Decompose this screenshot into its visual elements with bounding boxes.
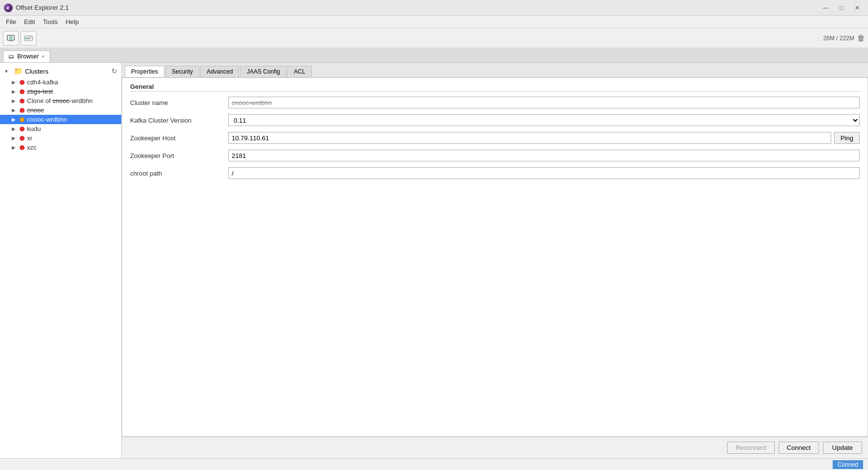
sidebar-item-xr[interactable]: ▶ xr (0, 133, 121, 143)
tree-items: ▶ cdh4-kafka ▶ zbgs-test ▶ Clone of cnoo… (0, 78, 121, 152)
field-chroot-path: chroot path (130, 167, 860, 179)
sidebar-item-cnooc-wrdbhn[interactable]: ▶ cnooc-wrdbhn (0, 115, 121, 124)
tab-bar: 🗂 Browser × (0, 48, 868, 63)
clusters-label: Clusters (25, 68, 49, 75)
sidebar-item-zbgs-test[interactable]: ▶ zbgs-test (0, 87, 121, 96)
status-dot-xzc (20, 145, 25, 150)
svg-point-3 (10, 36, 12, 39)
memory-display: 28M / 222M 🗑 (823, 34, 865, 43)
action-bar: Reconnect Connect Update (122, 437, 868, 458)
expand-zbgs-test[interactable]: ▶ (12, 89, 20, 94)
label-clone-cnooc: Clone of cnooc-wrdbhn (27, 97, 93, 104)
sidebar-item-clone-cnooc[interactable]: ▶ Clone of cnooc-wrdbhn (0, 96, 121, 105)
form-panel: General Cluster name Kafka Cluster Versi… (122, 78, 868, 437)
expand-cnooc-wrdbhn[interactable]: ▶ (12, 117, 20, 122)
label-zookeeper-port: Zookeeper Port (130, 152, 228, 159)
select-kafka-version[interactable]: 0.11 1.0 2.0 2.8 3.0 (228, 114, 860, 126)
status-dot-cnooc-wrdbhn (20, 117, 25, 122)
input-cluster-name[interactable] (228, 97, 860, 108)
memory-text: 28M / 222M (823, 35, 854, 42)
panel-tabs: Properties Security Advanced JAAS Config… (122, 63, 868, 78)
sidebar-refresh-icon[interactable]: ↻ (111, 67, 117, 75)
status-bar: Conned (0, 458, 868, 470)
svg-rect-2 (7, 35, 14, 40)
status-dot-xr (20, 136, 25, 141)
input-chroot-path[interactable] (228, 167, 860, 179)
field-zookeeper-host: Zookeeper Host Ping (130, 132, 860, 144)
status-dot-cdh4-kafka (20, 80, 25, 85)
update-button[interactable]: Update (823, 442, 862, 454)
menu-file[interactable]: File (2, 17, 20, 26)
label-cluster-name: Cluster name (130, 99, 228, 106)
connection-status: Conned (833, 460, 863, 469)
maximize-button[interactable]: □ (835, 2, 848, 13)
label-cdh4-kafka: cdh4-kafka (27, 78, 58, 86)
browser-tab-label: Browser (17, 53, 39, 60)
label-xr: xr (27, 134, 32, 142)
svg-point-6 (26, 37, 27, 39)
sidebar-item-cdh4-kafka[interactable]: ▶ cdh4-kafka (0, 78, 121, 87)
label-kudu: kudu (27, 125, 41, 132)
expand-kudu[interactable]: ▶ (12, 126, 20, 131)
tab-security[interactable]: Security (165, 66, 199, 77)
tab-jaas-config[interactable]: JAAS Config (240, 66, 286, 77)
close-button[interactable]: ✕ (850, 2, 864, 13)
menu-bar: File Edit Tools Help (0, 16, 868, 28)
label-chroot-path: chroot path (130, 170, 228, 177)
label-zbgs-test: zbgs-test (27, 88, 53, 95)
main-content: ▼ 📁 Clusters ↻ ▶ cdh4-kafka ▶ zbgs-test … (0, 63, 868, 458)
label-cnooc-wrdbhn: cnooc-wrdbhn (27, 116, 67, 123)
sidebar-item-xzc[interactable]: ▶ xzc (0, 143, 121, 152)
expand-xr[interactable]: ▶ (12, 135, 20, 141)
reconnect-button[interactable]: Reconnect (727, 442, 774, 454)
browser-tab[interactable]: 🗂 Browser × (3, 51, 50, 62)
clusters-collapse-icon[interactable]: ▼ (4, 69, 12, 74)
tab-advanced[interactable]: Advanced (200, 66, 239, 77)
expand-cdh4-kafka[interactable]: ▶ (12, 79, 20, 85)
window-controls: — □ ✕ (819, 2, 864, 13)
sidebar-item-kudu[interactable]: ▶ kudu (0, 124, 121, 133)
input-zookeeper-host[interactable] (228, 132, 831, 144)
sidebar-header: ▼ 📁 Clusters ↻ (0, 65, 121, 78)
menu-help[interactable]: Help (62, 17, 83, 26)
right-panel: Properties Security Advanced JAAS Config… (122, 63, 868, 458)
expand-clone-cnooc[interactable]: ▶ (12, 98, 20, 104)
gc-button[interactable]: 🗑 (857, 34, 865, 43)
sidebar-item-cnooc[interactable]: ▶ cnooc (0, 105, 121, 115)
sidebar: ▼ 📁 Clusters ↻ ▶ cdh4-kafka ▶ zbgs-test … (0, 63, 122, 458)
connect-action-button[interactable]: Connect (779, 442, 819, 454)
label-xzc: xzc (27, 144, 37, 151)
app-title: Offset Explorer 2.1 (16, 4, 819, 11)
field-zookeeper-port: Zookeeper Port (130, 150, 860, 161)
label-kafka-version: Kafka Cluster Version (130, 117, 228, 124)
input-zookeeper-port[interactable] (228, 150, 860, 161)
minimize-button[interactable]: — (819, 2, 833, 13)
status-dot-kudu (20, 127, 25, 131)
tab-properties[interactable]: Properties (125, 66, 164, 77)
toolbar: 28M / 222M 🗑 (0, 28, 868, 48)
browser-tab-icon: 🗂 (8, 53, 14, 60)
status-dot-zbgs-test (20, 89, 25, 94)
status-dot-cnooc (20, 108, 25, 113)
ping-button[interactable]: Ping (834, 132, 860, 144)
section-general: General (130, 83, 860, 92)
tab-acl[interactable]: ACL (287, 66, 311, 77)
app-icon: K (4, 3, 13, 12)
browser-tab-close[interactable]: × (42, 54, 45, 59)
label-zookeeper-host: Zookeeper Host (130, 134, 228, 142)
expand-cnooc[interactable]: ▶ (12, 107, 20, 113)
field-cluster-name: Cluster name (130, 97, 860, 108)
menu-tools[interactable]: Tools (39, 17, 61, 26)
svg-text:K: K (6, 6, 10, 11)
menu-edit[interactable]: Edit (20, 17, 39, 26)
title-bar: K Offset Explorer 2.1 — □ ✕ (0, 0, 868, 16)
status-dot-clone-cnooc (20, 99, 25, 104)
new-connection-button[interactable] (3, 31, 19, 46)
label-cnooc: cnooc (27, 106, 44, 114)
clusters-folder-icon: 📁 (14, 67, 23, 76)
field-kafka-version: Kafka Cluster Version 0.11 1.0 2.0 2.8 3… (130, 114, 860, 126)
expand-xzc[interactable]: ▶ (12, 145, 20, 150)
connect-button[interactable] (21, 31, 36, 46)
